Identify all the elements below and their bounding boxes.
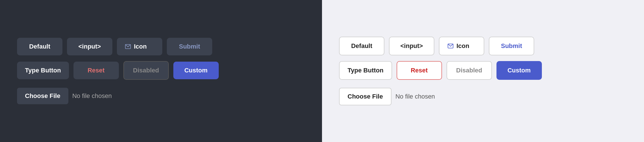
light-file-row: Choose File No file chosen <box>339 88 435 105</box>
dark-row-2: Type Button Reset Disabled Custom <box>17 61 219 80</box>
light-default-button[interactable]: Default <box>339 37 384 55</box>
mail-icon <box>125 43 131 50</box>
dark-disabled-label: Disabled <box>133 67 159 74</box>
light-custom-label: Custom <box>508 67 531 74</box>
light-typebutton-label: Type Button <box>348 67 384 74</box>
light-submit-button[interactable]: Submit <box>489 37 534 55</box>
light-input-button[interactable]: <input> <box>389 37 434 55</box>
dark-default-button[interactable]: Default <box>17 38 62 55</box>
light-icon-button[interactable]: Icon <box>439 37 484 55</box>
dark-reset-label: Reset <box>88 67 105 74</box>
dark-custom-label: Custom <box>184 67 208 74</box>
dark-typebutton-button[interactable]: Type Button <box>17 62 69 79</box>
dark-input-button[interactable]: <input> <box>67 38 112 55</box>
dark-icon-button[interactable]: Icon <box>117 38 162 55</box>
light-row-2: Type Button Reset Disabled Custom <box>339 61 542 80</box>
light-choose-file-button[interactable]: Choose File <box>339 88 392 105</box>
dark-row-1: Default <input> Icon Submit <box>17 38 212 55</box>
light-row-1: Default <input> Icon Submit <box>339 37 534 55</box>
dark-input-label: <input> <box>78 43 101 50</box>
dark-typebutton-label: Type Button <box>25 67 61 74</box>
light-disabled-label: Disabled <box>456 67 482 74</box>
dark-choose-file-label: Choose File <box>25 92 60 99</box>
dark-panel: Default <input> Icon Submit Type Button … <box>0 0 322 142</box>
mail-icon-light <box>447 43 454 49</box>
light-custom-button[interactable]: Custom <box>496 61 542 80</box>
dark-icon-label: Icon <box>134 43 147 50</box>
light-submit-label: Submit <box>501 42 522 49</box>
dark-submit-label: Submit <box>179 43 200 50</box>
dark-custom-button[interactable]: Custom <box>173 62 219 79</box>
dark-disabled-button: Disabled <box>123 61 169 80</box>
light-panel: Default <input> Icon Submit Type Button … <box>322 0 644 142</box>
light-reset-label: Reset <box>411 67 428 74</box>
dark-choose-file-button[interactable]: Choose File <box>17 88 68 104</box>
light-input-label: <input> <box>400 42 423 49</box>
dark-no-file-text: No file chosen <box>72 92 112 100</box>
dark-default-label: Default <box>29 43 50 50</box>
light-default-label: Default <box>351 42 372 49</box>
light-disabled-button: Disabled <box>447 61 492 80</box>
light-reset-button[interactable]: Reset <box>397 61 442 80</box>
dark-submit-button[interactable]: Submit <box>167 38 212 55</box>
light-choose-file-label: Choose File <box>348 93 383 100</box>
dark-file-row: Choose File No file chosen <box>17 88 112 104</box>
light-no-file-text: No file chosen <box>395 93 435 100</box>
light-typebutton-button[interactable]: Type Button <box>339 61 392 80</box>
dark-reset-button[interactable]: Reset <box>73 62 119 79</box>
light-icon-label: Icon <box>456 42 469 50</box>
